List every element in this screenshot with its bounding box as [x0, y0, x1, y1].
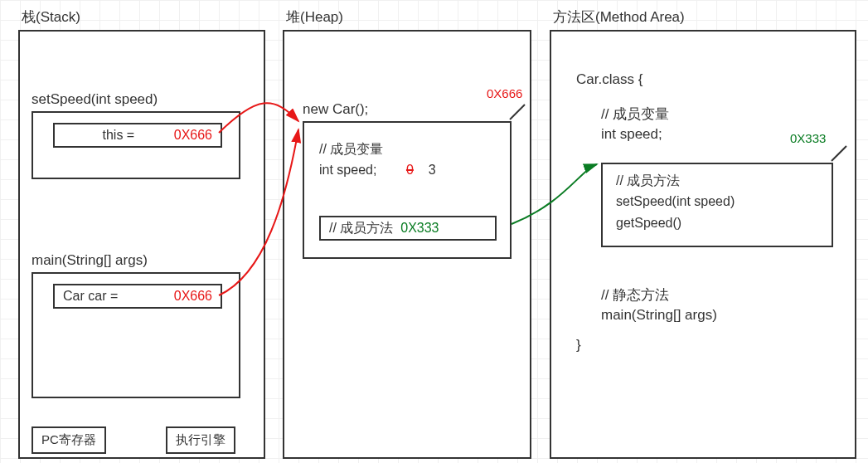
- ma-method-addr: 0X333: [790, 131, 826, 145]
- heap-obj-header: new Car();: [303, 101, 368, 118]
- ma-method-box: // 成员方法 setSpeed(int speed) getSpeed(): [601, 163, 833, 247]
- heap-obj-box: // 成员变量 int speed; 0 3 // 成员方法 0X333: [303, 121, 512, 259]
- ma-field-decl: int speed;: [601, 126, 662, 143]
- frame2-var-value: 0X666: [174, 289, 212, 304]
- frame2-var: Car car = 0X666: [53, 284, 222, 309]
- ma-region: Car.class { // 成员变量 int speed; 0X333 // …: [550, 30, 856, 459]
- heap-method-box: // 成员方法 0X333: [319, 216, 497, 241]
- ma-static-method: main(String[] args): [601, 307, 717, 324]
- stack-title: 栈(Stack): [22, 7, 80, 27]
- stack-region: setSpeed(int speed) this = 0X666 main(St…: [18, 30, 265, 459]
- ma-static-comment: // 静态方法: [601, 285, 669, 305]
- heap-field-comment: // 成员变量: [319, 141, 383, 158]
- frame2-var-label: Car car =: [63, 289, 174, 304]
- exec-engine: 执行引擎: [166, 426, 235, 454]
- frame1-var-label: this =: [63, 128, 174, 143]
- heap-method-comment: // 成员方法: [329, 220, 393, 237]
- frame2-title: main(String[] args): [32, 252, 148, 269]
- frame1-var-value: 0X666: [174, 128, 212, 143]
- ma-method1: setSpeed(int speed): [616, 194, 735, 209]
- heap-obj-addr: 0X666: [487, 86, 522, 100]
- frame2-box: Car car = 0X666: [32, 272, 240, 398]
- heap-field-decl: int speed; 0 3: [319, 163, 436, 178]
- heap-title: 堆(Heap): [286, 7, 343, 27]
- ma-field-comment: // 成员变量: [601, 105, 669, 124]
- heap-field-old: 0: [406, 163, 414, 177]
- frame1-title: setSpeed(int speed): [32, 91, 158, 108]
- ma-method2: getSpeed(): [616, 216, 681, 231]
- pc-register: PC寄存器: [32, 426, 106, 454]
- heap-region: new Car(); 0X666 // 成员变量 int speed; 0 3 …: [283, 30, 531, 459]
- ma-class-close: }: [576, 337, 581, 353]
- ma-class-open: Car.class {: [576, 71, 643, 88]
- heap-field-new: 3: [429, 163, 436, 177]
- ma-title: 方法区(Method Area): [553, 7, 685, 27]
- frame1-var: this = 0X666: [53, 123, 222, 148]
- frame1-box: this = 0X666: [32, 111, 240, 179]
- ma-method-comment: // 成员方法: [616, 173, 680, 190]
- heap-method-ptr: 0X333: [400, 221, 439, 236]
